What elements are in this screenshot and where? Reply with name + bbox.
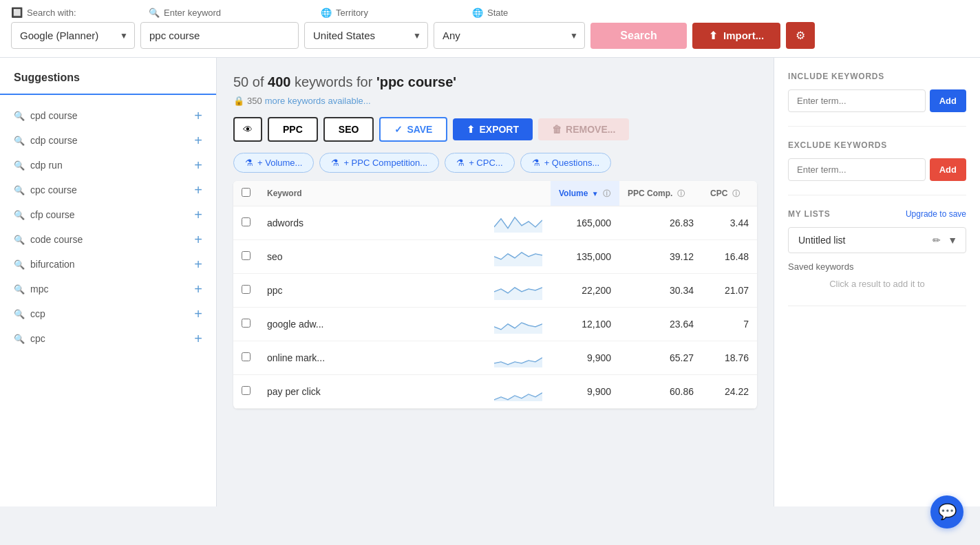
- sparkline-0: [494, 213, 542, 233]
- volume-text: 9,900: [587, 352, 611, 363]
- sidebar-search-icon: 🔍: [14, 259, 25, 270]
- territory-select[interactable]: United States: [304, 22, 428, 49]
- seo-button[interactable]: SEO: [323, 117, 374, 142]
- sidebar-add-button[interactable]: +: [194, 158, 202, 172]
- list-item[interactable]: 🔍 code course +: [0, 227, 216, 252]
- keyword-cell: seo: [259, 240, 486, 274]
- row-checkbox[interactable]: [242, 251, 251, 260]
- sidebar-add-button[interactable]: +: [194, 233, 202, 246]
- trash-icon: 🗑: [552, 124, 562, 135]
- include-add-button[interactable]: Add: [930, 89, 966, 112]
- expand-list-button[interactable]: ▼: [945, 232, 960, 248]
- svg-marker-4: [494, 358, 542, 367]
- save-button[interactable]: ✓ SAVE: [379, 117, 447, 142]
- sidebar-search-icon: 🔍: [14, 334, 25, 344]
- col-header-keyword[interactable]: Keyword: [259, 181, 486, 206]
- settings-button[interactable]: ⚙: [786, 22, 815, 49]
- sidebar-add-button[interactable]: +: [194, 208, 202, 222]
- search-with-label-wrap: 🔲 Search with:: [11, 7, 149, 18]
- table-row[interactable]: google adw... 12,100 23.64: [233, 308, 757, 341]
- include-keywords-input[interactable]: [788, 89, 926, 112]
- table-row[interactable]: ppc 22,200 30.34 21.: [233, 274, 757, 308]
- ppc-comp-text: 65.27: [670, 352, 694, 363]
- row-checkbox[interactable]: [242, 352, 251, 361]
- sidebar-add-button[interactable]: +: [194, 183, 202, 197]
- list-item[interactable]: 🔍 cdp course +: [0, 128, 216, 153]
- svg-marker-0: [494, 217, 542, 233]
- sidebar-search-icon: 🔍: [14, 309, 25, 319]
- sidebar-list: 🔍 cpd course + 🔍 cdp course + 🔍 cdp run …: [0, 98, 216, 356]
- table-row[interactable]: adwords 165,000 26.83: [233, 206, 757, 240]
- list-item[interactable]: 🔍 cpc course +: [0, 178, 216, 202]
- list-selector[interactable]: Untitled list ✏ ▼: [788, 227, 966, 253]
- remove-button[interactable]: 🗑 REMOVE...: [538, 118, 629, 140]
- list-item[interactable]: 🔍 ccp +: [0, 301, 216, 326]
- volume-text: 9,900: [587, 386, 611, 397]
- keyword-text: ppc: [267, 285, 283, 296]
- filter-ppc-competition[interactable]: ⚗ + PPC Competition...: [319, 153, 439, 173]
- select-all-checkbox[interactable]: [242, 188, 251, 197]
- trend-cell: [486, 240, 551, 274]
- filter-cpc[interactable]: ⚗ + CPC...: [445, 153, 515, 173]
- list-item[interactable]: 🔍 bifurcation +: [0, 252, 216, 277]
- saved-keywords-label: Saved keywords: [788, 261, 966, 272]
- import-label: Import...: [723, 30, 764, 41]
- volume-cell: 22,200: [551, 274, 619, 308]
- sidebar-add-button[interactable]: +: [194, 332, 202, 345]
- export-button[interactable]: ⬆ EXPORT: [453, 118, 533, 140]
- filter-questions[interactable]: ⚗ + Questions...: [520, 153, 612, 173]
- more-keywords-link[interactable]: more keywords available...: [265, 96, 371, 106]
- sidebar-item-left: 🔍 cpd course: [14, 110, 77, 121]
- filter-icon: ⚗: [532, 158, 540, 168]
- list-item[interactable]: 🔍 cpc +: [0, 326, 216, 351]
- import-button[interactable]: ⬆ Import...: [692, 23, 780, 49]
- top-bar-labels: 🔲 Search with: 🔍 Enter keyword 🌐 Territo…: [11, 0, 969, 22]
- ppc-button[interactable]: PPC: [268, 117, 318, 142]
- trend-cell: [486, 375, 551, 409]
- table-row[interactable]: online mark... 9,900 65.27: [233, 341, 757, 375]
- state-label-wrap: 🌐 State: [472, 8, 610, 18]
- sidebar-add-button[interactable]: +: [194, 257, 202, 271]
- list-item[interactable]: 🔍 cpd course +: [0, 103, 216, 128]
- top-bar-controls: Google (Planner) ▼ United States ▼ Any ▼…: [11, 22, 969, 49]
- state-select[interactable]: Any: [434, 22, 585, 49]
- volume-cell: 165,000: [551, 206, 619, 240]
- sort-icon: ▼: [592, 190, 599, 197]
- filter-volume[interactable]: ⚗ + Volume...: [233, 153, 314, 173]
- col-header-volume[interactable]: Volume ▼ ⓘ: [551, 181, 619, 206]
- exclude-add-button[interactable]: Add: [930, 158, 966, 181]
- sidebar-add-button[interactable]: +: [194, 109, 202, 122]
- sidebar-item-label: code course: [30, 234, 83, 245]
- view-button[interactable]: 👁: [233, 117, 262, 142]
- col-header-cpc[interactable]: CPC ⓘ: [702, 181, 757, 206]
- edit-list-button[interactable]: ✏: [930, 232, 944, 248]
- list-item[interactable]: 🔍 mpc +: [0, 277, 216, 301]
- row-checkbox[interactable]: [242, 386, 251, 395]
- table-row[interactable]: seo 135,000 39.12 16: [233, 240, 757, 274]
- exclude-keywords-input[interactable]: [788, 158, 926, 181]
- territory-label-wrap: 🌐 Territory: [321, 8, 472, 18]
- sidebar-add-button[interactable]: +: [194, 307, 202, 321]
- my-lists-section: MY LISTS Upgrade to save Untitled list ✏…: [788, 209, 966, 306]
- search-button[interactable]: Search: [590, 23, 687, 49]
- sidebar-add-button[interactable]: +: [194, 282, 202, 296]
- col-header-ppc-comp[interactable]: PPC Comp. ⓘ: [619, 181, 702, 206]
- engine-select[interactable]: Google (Planner): [11, 22, 135, 49]
- row-checkbox[interactable]: [242, 285, 251, 294]
- row-checkbox[interactable]: [242, 217, 251, 226]
- sidebar: Suggestions 🔍 cpd course + 🔍 cdp course …: [0, 58, 217, 506]
- keyword-input[interactable]: [140, 22, 299, 49]
- upgrade-link[interactable]: Upgrade to save: [906, 209, 966, 219]
- list-name: Untitled list: [789, 228, 930, 253]
- sidebar-search-icon: 🔍: [14, 210, 25, 220]
- table-row[interactable]: pay per click 9,900 60.86: [233, 375, 757, 409]
- cpc-text: 21.07: [725, 285, 749, 296]
- sidebar-search-icon: 🔍: [14, 185, 25, 195]
- info-icon: ⓘ: [677, 189, 685, 197]
- trend-cell: [486, 206, 551, 240]
- row-checkbox[interactable]: [242, 319, 251, 328]
- list-item[interactable]: 🔍 cdp run +: [0, 153, 216, 178]
- sidebar-item-label: cdp run: [30, 160, 63, 171]
- list-item[interactable]: 🔍 cfp course +: [0, 202, 216, 227]
- sidebar-add-button[interactable]: +: [194, 133, 202, 147]
